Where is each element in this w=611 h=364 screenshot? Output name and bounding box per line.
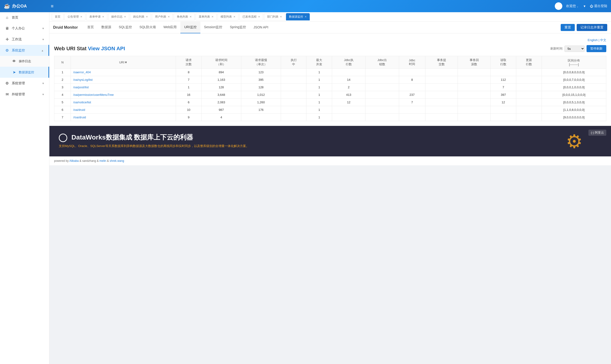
col-uri[interactable]: URI▼ <box>71 56 176 69</box>
logout-button[interactable]: ⏻ 退出登陆 <box>590 4 607 8</box>
sidebar-item-oplog[interactable]: 👁 操作日志 <box>0 56 49 67</box>
tab-role-label: 角色列表 <box>177 15 188 19</box>
cell-uri[interactable]: /oa/sysLog/list <box>71 76 176 84</box>
sidebar-item-home[interactable]: ⌂ 首页 <box>0 12 49 23</box>
tab-close-icon[interactable]: ✕ <box>168 15 170 18</box>
sidebar-item-sysmon[interactable]: ⚙ 系统监控 ▲ <box>0 45 49 56</box>
cell-tx-rollback <box>458 76 491 84</box>
dropdown-icon[interactable]: ▼ <box>583 4 586 8</box>
tab-close-icon[interactable]: ✕ <box>190 15 192 18</box>
cell-req-count: 16 <box>176 91 202 99</box>
druid-nav-jsonapi[interactable]: JSON API <box>250 22 272 33</box>
tab-home[interactable]: 首页 <box>52 13 64 20</box>
page-footer: powered by Alibaba & sandzhang & melin &… <box>49 156 611 165</box>
druid-nav-firewall[interactable]: SQL防火墙 <box>136 22 160 33</box>
tab-close-icon[interactable]: ✕ <box>233 15 236 18</box>
col-jdbc-err: Jdbc出错数 <box>365 56 399 69</box>
tab-model[interactable]: 模型列表 ✕ <box>218 13 238 20</box>
lang-chinese-link[interactable]: 中文 <box>600 38 606 42</box>
tab-close-icon[interactable]: ✕ <box>124 15 126 18</box>
cell-max-conc: 1 <box>306 76 332 84</box>
sidebar-item-workflow[interactable]: ✛ 工作流 ▼ <box>0 34 49 45</box>
chevron-up-icon: ▲ <box>41 49 44 52</box>
banner-visual-icon: ⚙ <box>566 130 583 152</box>
footer-melin-link[interactable]: melin <box>99 159 106 163</box>
view-json-api-link[interactable]: View JSON API <box>88 46 125 52</box>
sidebar-item-extlink[interactable]: ✉ 外链管理 ▼ <box>0 89 49 100</box>
footer-shrek-link[interactable]: shrek.wang <box>110 159 124 163</box>
cell-tx-rollback <box>458 69 491 76</box>
cell-jdbc-time <box>399 84 425 91</box>
sidebar-label-datasource: 数据源监控 <box>19 70 44 75</box>
reset-button[interactable]: 重置 <box>561 24 575 31</box>
cell-jdbc-exec: 14 <box>332 76 365 84</box>
tab-close-icon[interactable]: ✕ <box>258 15 260 18</box>
druid-nav-datasource[interactable]: 数据源 <box>97 22 115 33</box>
cell-req-time: 128 <box>201 84 241 91</box>
cell-uri[interactable]: /oa/permission/userMenuTree <box>71 91 176 99</box>
sidebar-item-personal[interactable]: 🖥 个人办公 ▼ <box>0 23 49 34</box>
refresh-select[interactable]: None 1s 2s 5s 10s 30s <box>564 46 585 52</box>
cell-jdbc-time <box>399 69 425 76</box>
druid-nav-session[interactable]: Session监控 <box>200 22 226 33</box>
cell-tx-rollback <box>458 106 491 114</box>
tab-dept[interactable]: 部门列表 ✕ <box>264 13 285 20</box>
sidebar-item-sysmanage[interactable]: ⚙ 系统管理 ▼ <box>0 78 49 89</box>
footer-alibaba-link[interactable]: Alibaba <box>69 159 79 163</box>
druid-nav-sql[interactable]: SQL监控 <box>115 22 136 33</box>
cell-uri[interactable]: /oa/druid <box>71 106 176 114</box>
cell-n: 1 <box>54 69 71 76</box>
tab-oplog-label: 操作日志 <box>111 15 123 19</box>
tab-close-icon[interactable]: ✕ <box>305 15 307 18</box>
log-reset-button[interactable]: 记录日志并重置 <box>577 24 607 31</box>
uri-stat-header: Web URI Stat View JSON API 刷新时间 None 1s … <box>54 45 606 52</box>
tab-datasource[interactable]: 数据源监控 ✕ <box>286 13 310 20</box>
cell-jdbc-time: 237 <box>399 91 425 99</box>
col-running: 执行中 <box>281 56 306 69</box>
table-row: 6/oa/druid109871761[1,1,0,8,0,0,0,0] <box>54 106 606 114</box>
col-dist: 区间分布[--------] <box>542 56 606 69</box>
druid-nav-home[interactable]: 首页 <box>83 22 97 33</box>
cell-uri[interactable]: /oa/notice/list <box>71 99 176 106</box>
cell-update-rows <box>516 99 542 106</box>
tab-home-label: 首页 <box>55 15 60 19</box>
tab-user[interactable]: 用户列表 ✕ <box>152 13 173 20</box>
tab-notice[interactable]: 公告管理 ✕ <box>64 13 85 20</box>
app-name: 办公OA <box>12 3 27 9</box>
banner-logo: DataWorks数据集成 数据库上下云的利器 <box>59 133 602 142</box>
cell-jdbc-time <box>399 106 425 114</box>
tab-close-icon[interactable]: ✕ <box>102 15 104 18</box>
sidebar-item-datasource[interactable]: ➤ 数据源监控 <box>0 67 49 78</box>
cell-uri[interactable]: /oaerror_404 <box>71 69 176 76</box>
cell-dist: [9,0,0,0,0,0,0,0] <box>542 114 606 121</box>
lang-english-link[interactable]: English <box>588 38 598 42</box>
cell-read-rows <box>491 114 516 121</box>
cell-uri[interactable]: /oa/post/list <box>71 84 176 91</box>
druid-nav-uri[interactable]: URI监控 <box>181 22 200 33</box>
cell-dist: [0,0,0,8,0,0,0,0] <box>542 69 606 76</box>
druid-nav-spring[interactable]: Spring监控 <box>226 22 250 33</box>
tab-close-icon[interactable]: ✕ <box>280 15 282 18</box>
cell-uri[interactable]: //oa/druid <box>71 114 176 121</box>
page-content: English | 中文 Web URI Stat View JSON API … <box>49 33 611 126</box>
col-tx-rollback: 事务回滚数 <box>458 56 491 69</box>
tab-published-label: 已发布流程 <box>242 15 257 19</box>
tab-published[interactable]: 已发布流程 ✕ <box>239 13 263 20</box>
tab-form[interactable]: 表单申请 ✕ <box>86 13 107 20</box>
tab-post[interactable]: 岗位列表 ✕ <box>130 13 151 20</box>
cell-jdbc-exec: 2 <box>332 84 365 91</box>
tab-menu[interactable]: 菜单列表 ✕ <box>196 13 217 20</box>
cell-read-rows: 7 <box>491 84 516 91</box>
tab-role[interactable]: 角色列表 ✕ <box>174 13 195 20</box>
layout: ⌂ 首页 🖥 个人办公 ▼ ✛ 工作流 ▼ ⚙ 系统监控 ▲ 👁 操作日志 <box>0 12 611 364</box>
cell-req-max: 128 <box>241 84 281 91</box>
pause-refresh-button[interactable]: 暂停刷新 <box>586 45 606 52</box>
druid-nav-webapp[interactable]: Web应用 <box>160 22 181 33</box>
table-row: 4/oa/permission/userMenuTree163,6481,012… <box>54 91 606 99</box>
tab-oplog[interactable]: 操作日志 ✕ <box>108 13 129 20</box>
tab-close-icon[interactable]: ✕ <box>211 15 214 18</box>
cell-n: 4 <box>54 91 71 99</box>
tab-close-icon[interactable]: ✕ <box>146 15 148 18</box>
tab-close-icon[interactable]: ✕ <box>80 15 82 18</box>
menu-toggle-icon[interactable]: ≡ <box>51 3 54 9</box>
